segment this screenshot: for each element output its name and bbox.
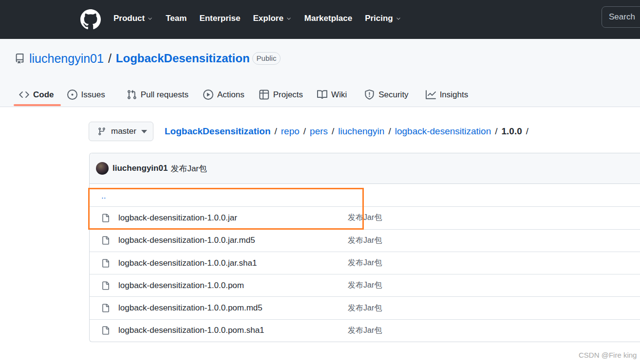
file-icon xyxy=(101,236,110,245)
graph-icon xyxy=(426,90,436,100)
nav-item-pricing[interactable]: Pricing xyxy=(365,14,401,23)
breadcrumb-separator: / xyxy=(303,126,306,137)
branch-selector[interactable]: master xyxy=(89,122,153,141)
file-row: logback-desensitization-1.0.0.jar.sha1发布… xyxy=(90,252,640,274)
file-commit-message[interactable]: 发布Jar包 xyxy=(348,258,382,268)
breadcrumb-root[interactable]: LogbackDesensitization xyxy=(165,126,271,137)
repo-tabs: CodeIssuesPull requestsActionsProjectsWi… xyxy=(0,83,468,107)
breadcrumb-segment-pers[interactable]: pers xyxy=(310,126,328,137)
file-icon xyxy=(101,326,110,335)
repo-header: liuchengyin01 / LogbackDesensitization P… xyxy=(0,39,640,107)
nav-item-team[interactable]: Team xyxy=(166,14,187,23)
file-icon xyxy=(101,303,110,313)
breadcrumb-separator: / xyxy=(388,126,391,137)
git-branch-icon xyxy=(97,127,106,136)
file-name-link[interactable]: logback-desensitization-1.0.0.pom xyxy=(118,281,244,291)
file-name-link[interactable]: logback-desensitization-1.0.0.jar xyxy=(118,213,237,223)
chevron-down-icon xyxy=(147,16,153,21)
breadcrumb-segment-repo[interactable]: repo xyxy=(281,126,300,137)
file-row: logback-desensitization-1.0.0.jar.md5发布J… xyxy=(90,229,640,252)
search-placeholder: Search xyxy=(609,12,635,22)
file-browser: liuchengyin01 发布Jar包 .. logback-desensit… xyxy=(89,153,640,342)
latest-commit-bar: liuchengyin01 发布Jar包 xyxy=(90,153,640,184)
tab-actions[interactable]: Actions xyxy=(203,83,245,107)
file-row: logback-desensitization-1.0.0.pom.sha1发布… xyxy=(90,319,640,342)
file-name-link[interactable]: logback-desensitization-1.0.0.jar.sha1 xyxy=(118,258,257,268)
watermark: CSDN @Fire king xyxy=(579,351,637,359)
search-input[interactable]: Search xyxy=(602,6,640,28)
nav-item-product[interactable]: Product xyxy=(113,14,153,23)
play-icon xyxy=(203,90,213,100)
commit-author[interactable]: liuchengyin01 xyxy=(113,164,168,173)
file-commit-message[interactable]: 发布Jar包 xyxy=(348,303,382,313)
file-icon xyxy=(101,213,110,223)
tab-issues[interactable]: Issues xyxy=(67,83,105,107)
nav-item-marketplace[interactable]: Marketplace xyxy=(304,14,352,23)
file-commit-message[interactable]: 发布Jar包 xyxy=(348,280,382,291)
tab-wiki[interactable]: Wiki xyxy=(317,83,347,107)
file-name-link[interactable]: logback-desensitization-1.0.0.pom.md5 xyxy=(118,303,263,313)
shield-icon xyxy=(364,90,375,100)
visibility-badge: Public xyxy=(252,52,281,65)
file-row: logback-desensitization-1.0.0.jar发布Jar包 xyxy=(90,206,640,229)
breadcrumb-separator: / xyxy=(332,126,334,137)
header-nav: ProductTeamEnterpriseExploreMarketplaceP… xyxy=(113,0,401,37)
file-name-link[interactable]: logback-desensitization-1.0.0.jar.md5 xyxy=(118,236,255,245)
repo-owner-link[interactable]: liuchengyin01 xyxy=(29,52,104,66)
github-logo-icon[interactable] xyxy=(80,9,101,30)
avatar[interactable] xyxy=(96,162,109,175)
file-commit-message[interactable]: 发布Jar包 xyxy=(348,326,382,336)
commit-message[interactable]: 发布Jar包 xyxy=(170,163,207,174)
repo-title: liuchengyin01 / LogbackDesensitization P… xyxy=(15,50,281,67)
pr-icon xyxy=(127,90,137,100)
repo-icon xyxy=(15,54,25,64)
nav-item-explore[interactable]: Explore xyxy=(253,14,291,23)
breadcrumb-separator: / xyxy=(526,126,528,137)
breadcrumb-separator: / xyxy=(495,126,497,137)
breadcrumb-segment-logback-desensitization[interactable]: logback-desensitization xyxy=(395,126,491,137)
file-commit-message[interactable]: 发布Jar包 xyxy=(348,213,382,223)
breadcrumb-current: 1.0.0 xyxy=(502,126,522,137)
file-row: logback-desensitization-1.0.0.pom发布Jar包 xyxy=(90,274,640,296)
file-icon xyxy=(101,258,110,268)
repo-title-separator: / xyxy=(108,52,112,66)
tab-insights[interactable]: Insights xyxy=(426,83,469,107)
code-icon xyxy=(19,90,29,100)
tab-pull-requests[interactable]: Pull requests xyxy=(127,83,188,107)
breadcrumb: LogbackDesensitization/repo/pers/liuchen… xyxy=(165,122,532,141)
breadcrumb-separator: / xyxy=(275,126,277,137)
parent-directory-link[interactable]: .. xyxy=(101,190,106,201)
file-list: .. logback-desensitization-1.0.0.jar发布Ja… xyxy=(90,184,640,342)
tab-projects[interactable]: Projects xyxy=(259,83,303,107)
tab-code[interactable]: Code xyxy=(19,83,54,107)
tab-security[interactable]: Security xyxy=(364,83,408,107)
issue-icon xyxy=(67,90,77,100)
global-header: ProductTeamEnterpriseExploreMarketplaceP… xyxy=(0,0,640,39)
repo-name-link[interactable]: LogbackDesensitization xyxy=(116,52,250,65)
breadcrumb-segment-liuchengyin[interactable]: liuchengyin xyxy=(338,126,384,137)
file-commit-message[interactable]: 发布Jar包 xyxy=(348,236,382,246)
file-row: logback-desensitization-1.0.0.pom.md5发布J… xyxy=(90,296,640,319)
file-icon xyxy=(101,281,110,291)
chevron-down-icon xyxy=(286,16,292,21)
table-icon xyxy=(259,90,269,100)
dropdown-caret-icon xyxy=(141,130,147,133)
nav-item-enterprise[interactable]: Enterprise xyxy=(199,14,240,23)
file-name-link[interactable]: logback-desensitization-1.0.0.pom.sha1 xyxy=(118,326,264,335)
branch-name: master xyxy=(111,127,136,136)
parent-directory-row: .. xyxy=(90,184,640,206)
book-icon xyxy=(317,90,327,100)
chevron-down-icon xyxy=(395,16,401,21)
